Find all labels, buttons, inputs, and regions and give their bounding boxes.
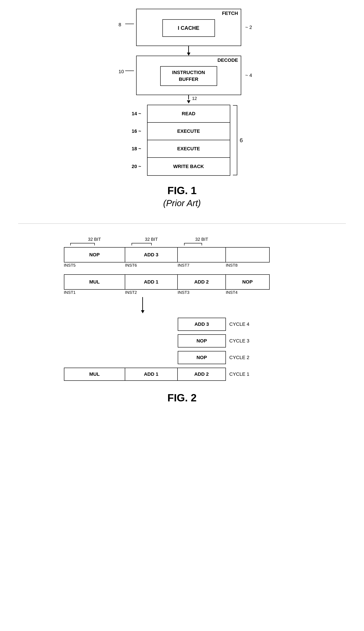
cycle2-empty1 bbox=[64, 351, 125, 364]
bottom-inst-row-container: MUL ADD 1 ADD 2 NOP INST1 INST2 INST3 IN… bbox=[51, 274, 314, 295]
bottom-inst-labels: INST1 INST2 INST3 INST4 bbox=[64, 290, 314, 295]
decode-label: DECODE bbox=[217, 57, 238, 63]
fetch-label: FETCH bbox=[222, 11, 238, 16]
arrow-fetch-decode bbox=[136, 46, 241, 56]
decode-block: DECODE INSTRUCTIONBUFFER bbox=[136, 56, 241, 95]
cycle2-empty2 bbox=[125, 351, 178, 364]
pipeline-container: 14 ~ READ 16 ~ EXECUTE 18 ~ EXECUTE 20 ~… bbox=[136, 105, 241, 176]
fetch-block: FETCH I CACHE bbox=[136, 9, 241, 46]
stage-execute-2: 18 ~ EXECUTE bbox=[148, 140, 230, 158]
cycle4-empty1 bbox=[64, 318, 125, 331]
inst-box-mul: MUL bbox=[64, 274, 125, 290]
cycle-1-row: MUL ADD 1 ADD 2 CYCLE 1 bbox=[51, 368, 314, 381]
bit-text-1: 32 BIT bbox=[88, 237, 101, 242]
cycle3-label: CYCLE 3 bbox=[230, 338, 250, 344]
cycle-3-row: NOP CYCLE 3 bbox=[51, 334, 314, 348]
inst8-label: INST8 bbox=[226, 263, 239, 268]
brace-svg-2 bbox=[130, 242, 173, 246]
stage-read: 14 ~ READ bbox=[148, 105, 230, 123]
ref-label-6: 6 bbox=[240, 137, 243, 144]
top-inst-labels: INST5 INST6 INST7 INST8 bbox=[64, 263, 314, 268]
ref-label-12: 12 bbox=[192, 96, 197, 101]
fig2-arrow-down bbox=[138, 297, 147, 313]
fig2-diagram: 32 BIT 32 BIT 32 BIT bbox=[51, 237, 314, 404]
brace-svg-1 bbox=[68, 242, 121, 246]
inst1-label: INST1 bbox=[64, 290, 77, 295]
inst6-label: INST6 bbox=[125, 263, 138, 268]
ref-label-8: 8 bbox=[119, 22, 121, 28]
cycle-4-row: ADD 3 CYCLE 4 bbox=[51, 318, 314, 331]
inst5-label: INST5 bbox=[64, 263, 77, 268]
bottom-inst-row: MUL ADD 1 ADD 2 NOP bbox=[64, 274, 314, 290]
page: 8 FETCH I CACHE ~ 2 10 DECODE INSTRUCTIO… bbox=[0, 0, 364, 631]
instr-buf-box: INSTRUCTIONBUFFER bbox=[160, 66, 217, 86]
stage-execute-1: 16 ~ EXECUTE bbox=[148, 123, 230, 140]
bit-group-2: 32 BIT bbox=[125, 237, 178, 246]
ref-20: 20 ~ bbox=[132, 164, 141, 169]
inst-box-add2: ADD 2 bbox=[178, 274, 226, 290]
bit-text-2: 32 BIT bbox=[145, 237, 158, 242]
bit-labels-row: 32 BIT 32 BIT 32 BIT bbox=[51, 237, 314, 246]
inst-box-add1: ADD 1 bbox=[125, 274, 178, 290]
cycle2-nop-box: NOP bbox=[178, 351, 226, 364]
bit-group-3: 32 BIT bbox=[178, 237, 226, 246]
icache-box: I CACHE bbox=[162, 19, 215, 37]
top-inst-row: NOP ADD 3 bbox=[64, 247, 314, 262]
fig1-diagram: 8 FETCH I CACHE ~ 2 10 DECODE INSTRUCTIO… bbox=[106, 9, 259, 221]
cycle1-label: CYCLE 1 bbox=[230, 371, 250, 377]
cycle4-label: CYCLE 4 bbox=[230, 322, 250, 327]
bit-group-1: 32 BIT bbox=[64, 237, 125, 246]
ref-14: 14 ~ bbox=[132, 111, 141, 117]
brace-svg-3 bbox=[182, 242, 222, 246]
arrow-decode-pipeline: 12 bbox=[136, 95, 241, 103]
ref-label-10: 10 bbox=[119, 69, 124, 75]
fig1-title: FIG. 1 bbox=[168, 184, 196, 196]
ref-16: 16 ~ bbox=[132, 128, 141, 134]
fig2-title: FIG. 2 bbox=[51, 392, 314, 404]
cycle3-empty1 bbox=[64, 334, 125, 348]
ref-label-2: ~ 2 bbox=[245, 25, 252, 30]
inst-box-empty2 bbox=[226, 247, 270, 262]
pipeline-brace bbox=[233, 105, 237, 175]
cycle1-add2-box: ADD 2 bbox=[178, 368, 226, 381]
bit-text-3: 32 BIT bbox=[195, 237, 208, 242]
cycle4-add3-box: ADD 3 bbox=[178, 318, 226, 331]
inst4-label: INST4 bbox=[226, 290, 239, 295]
inst-box-nop: NOP bbox=[64, 247, 125, 262]
cycle-2-row: NOP CYCLE 2 bbox=[51, 351, 314, 364]
ref-label-4: ~ 4 bbox=[245, 73, 252, 78]
ref-18: 18 ~ bbox=[132, 146, 141, 152]
inst-box-empty1 bbox=[178, 247, 226, 262]
inst3-label: INST3 bbox=[178, 290, 191, 295]
inst-box-nop2: NOP bbox=[226, 274, 270, 290]
cycle3-nop-box: NOP bbox=[178, 334, 226, 348]
top-inst-row-container: NOP ADD 3 INST5 INST6 INST7 INST8 bbox=[51, 247, 314, 268]
cycle1-add1-box: ADD 1 bbox=[125, 368, 178, 381]
cycle2-label: CYCLE 2 bbox=[230, 355, 250, 361]
cycle4-empty2 bbox=[125, 318, 178, 331]
cycle1-mul-box: MUL bbox=[64, 368, 125, 381]
fig1-subtitle: (Prior Art) bbox=[163, 198, 201, 208]
inst7-label: INST7 bbox=[178, 263, 191, 268]
divider bbox=[18, 223, 346, 224]
cycle3-empty2 bbox=[125, 334, 178, 348]
inst2-label: INST2 bbox=[125, 290, 138, 295]
inst-box-add3: ADD 3 bbox=[125, 247, 178, 262]
stage-writeback: 20 ~ WRITE BACK bbox=[148, 158, 230, 175]
